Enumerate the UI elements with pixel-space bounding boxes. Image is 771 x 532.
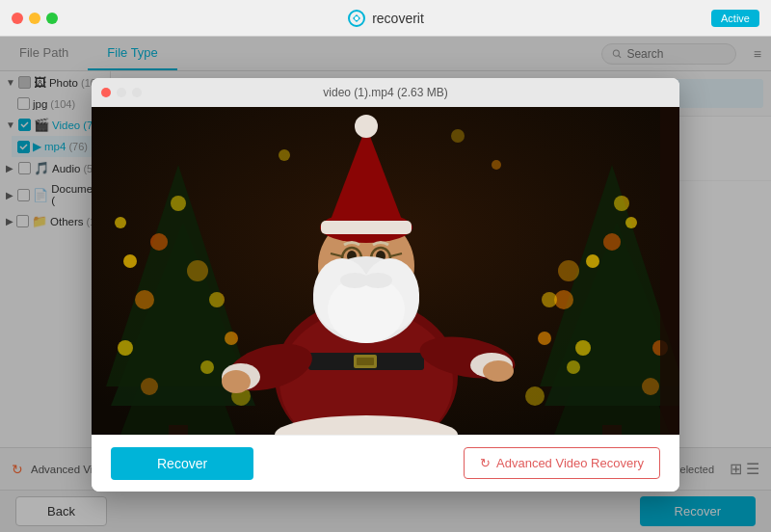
svg-point-57 [355, 115, 378, 138]
modal-recover-button[interactable]: Recover [111, 447, 253, 480]
svg-point-52 [483, 360, 514, 382]
modal-video-preview [92, 107, 679, 435]
window-controls [12, 13, 58, 24]
svg-point-18 [187, 260, 208, 281]
svg-point-33 [614, 196, 629, 211]
svg-point-22 [141, 378, 158, 395]
svg-point-13 [118, 340, 133, 356]
modal-max-button[interactable] [132, 88, 142, 97]
svg-point-14 [135, 290, 154, 309]
svg-point-72 [363, 273, 392, 288]
modal-title: video (1).mp4 (2.63 MB) [323, 86, 447, 99]
app-logo: recoverit [347, 9, 424, 28]
svg-point-51 [222, 370, 251, 393]
svg-point-27 [586, 254, 599, 268]
svg-point-16 [150, 233, 168, 251]
modal-overlay: video (1).mp4 (2.63 MB) [0, 37, 771, 532]
svg-point-21 [171, 196, 186, 211]
preview-modal: video (1).mp4 (2.63 MB) [92, 78, 679, 492]
svg-point-32 [538, 332, 551, 345]
svg-point-30 [558, 260, 579, 281]
video-frame [92, 107, 679, 435]
svg-point-23 [200, 360, 214, 374]
title-bar: recoverit Active [0, 0, 771, 37]
modal-min-button[interactable] [117, 88, 126, 97]
svg-point-35 [567, 360, 580, 374]
svg-rect-46 [357, 358, 374, 365]
svg-point-15 [123, 254, 137, 268]
svg-rect-12 [602, 425, 622, 435]
adv-video-icon: ↻ [480, 456, 491, 470]
svg-rect-58 [321, 221, 412, 234]
svg-point-17 [115, 217, 126, 228]
svg-point-19 [209, 292, 225, 307]
svg-point-36 [525, 386, 545, 406]
active-badge: Active [711, 10, 759, 27]
svg-point-25 [575, 340, 591, 356]
svg-point-20 [225, 332, 238, 345]
modal-close-button[interactable] [101, 88, 111, 97]
modal-actions: Recover ↻ Advanced Video Recovery [92, 435, 679, 492]
minimize-button[interactable] [29, 13, 40, 24]
svg-point-70 [328, 276, 405, 343]
app-name: recoverit [372, 11, 424, 26]
modal-titlebar: video (1).mp4 (2.63 MB) [92, 78, 679, 107]
modal-adv-video-button[interactable]: ↻ Advanced Video Recovery [464, 447, 660, 479]
svg-point-34 [642, 378, 659, 395]
svg-point-1 [355, 16, 359, 20]
svg-point-38 [279, 149, 290, 161]
close-button[interactable] [12, 13, 23, 24]
maximize-button[interactable] [46, 13, 58, 24]
svg-point-40 [492, 160, 501, 170]
svg-rect-8 [169, 425, 188, 435]
svg-point-29 [625, 217, 637, 228]
svg-rect-73 [660, 107, 679, 435]
svg-point-39 [451, 129, 465, 143]
svg-point-31 [542, 292, 557, 307]
svg-point-28 [603, 233, 621, 251]
logo-icon [347, 9, 366, 28]
